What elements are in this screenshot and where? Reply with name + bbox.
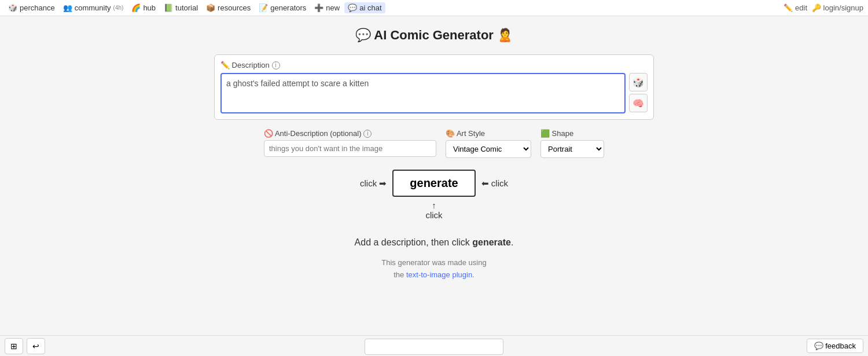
made-with-prefix: the (393, 270, 406, 279)
click-right-label: ⬅ click (481, 178, 508, 189)
generators-icon: 📝 (259, 3, 268, 12)
bottom-left-buttons: ⊞ ↩ (5, 338, 45, 354)
info-bold: generate (472, 237, 511, 247)
nav-perchance[interactable]: 🎲 perchance (5, 2, 58, 13)
click-left-label: click ➡ (360, 178, 387, 189)
nav-right: ✏️ edit 🔑 login/signup (784, 3, 863, 12)
anti-desc-label: 🚫 Anti-Description (optional) i (264, 129, 436, 138)
brain-button[interactable]: 🧠 (629, 94, 648, 112)
click-below: ↑ click (425, 200, 442, 220)
navbar: 🎲 perchance 👥 community (4h) 🌈 hub 📗 tut… (0, 0, 868, 16)
page-title: 💬 AI Comic Generator 🙎 (355, 28, 513, 43)
anti-desc-label-text: 🚫 Anti-Description (optional) (264, 129, 361, 138)
bottom-grid-button[interactable]: ⊞ (5, 338, 23, 354)
shape-group: 🟩 Shape Portrait Landscape Square (540, 129, 604, 158)
description-label-text: ✏️ Description (220, 61, 270, 69)
made-with-suffix: . (472, 270, 475, 279)
nav-hub[interactable]: 🌈 hub (128, 2, 159, 13)
info-text: Add a description, then click generate. (355, 237, 514, 248)
main-content: 💬 AI Comic Generator 🙎 ✏️ Description i … (0, 16, 868, 293)
anti-desc-group: 🚫 Anti-Description (optional) i (264, 129, 436, 157)
nav-new[interactable]: ➕ new (311, 2, 343, 13)
nav-community-label: community (75, 3, 111, 12)
edit-link[interactable]: ✏️ edit (784, 3, 807, 12)
shape-select[interactable]: Portrait Landscape Square (540, 140, 604, 158)
art-style-group: 🎨 Art Style Vintage Comic Modern Comic M… (446, 129, 531, 158)
generate-button[interactable]: generate (392, 170, 475, 197)
nav-new-label: new (326, 3, 340, 12)
nav-tutorial[interactable]: 📗 tutorial (160, 2, 201, 13)
hub-icon: 🌈 (131, 3, 141, 12)
description-info-icon[interactable]: i (272, 61, 280, 69)
controls-row: 🚫 Anti-Description (optional) i 🎨 Art St… (264, 129, 604, 158)
click-below-arrow: ↑ (432, 200, 436, 210)
side-buttons: 🎲 🧠 (629, 73, 648, 112)
art-style-label-text: 🎨 Art Style (446, 129, 485, 138)
generate-area: click ➡ generate ⬅ click ↑ click (360, 170, 508, 220)
feedback-button[interactable]: 💬 feedback (807, 339, 863, 353)
description-textarea[interactable] (220, 73, 626, 113)
nav-ai-chat[interactable]: 💬 ai chat (344, 2, 385, 13)
new-icon: ➕ (314, 3, 323, 12)
nav-generators-label: generators (270, 3, 306, 12)
info-prefix: Add a description, then click (355, 237, 473, 247)
nav-community[interactable]: 👥 community (4h) (60, 2, 127, 13)
art-style-label: 🎨 Art Style (446, 129, 531, 138)
perchance-icon: 🎲 (8, 3, 17, 12)
art-style-select[interactable]: Vintage Comic Modern Comic Manga Waterco… (446, 140, 531, 158)
nav-perchance-label: perchance (20, 3, 55, 12)
generate-row: click ➡ generate ⬅ click (360, 170, 508, 197)
made-with: This generator was made using the text-t… (381, 257, 486, 281)
bottom-center (365, 339, 503, 355)
bottom-bar: ⊞ ↩ 💬 feedback (0, 335, 868, 356)
nav-resources[interactable]: 📦 resources (203, 2, 254, 13)
shape-label: 🟩 Shape (540, 129, 604, 138)
login-link[interactable]: 🔑 login/signup (812, 3, 863, 12)
shape-label-text: 🟩 Shape (540, 129, 573, 138)
dice-button[interactable]: 🎲 (629, 73, 648, 91)
community-badge: (4h) (113, 5, 124, 11)
ai-chat-icon: 💬 (348, 3, 357, 12)
nav-ai-chat-label: ai chat (359, 3, 381, 12)
nav-tutorial-label: tutorial (175, 3, 198, 12)
description-section: ✏️ Description i 🎲 🧠 (214, 54, 654, 120)
nav-resources-label: resources (218, 3, 251, 12)
anti-desc-info-icon[interactable]: i (363, 130, 372, 138)
tutorial-icon: 📗 (164, 3, 173, 12)
description-label: ✏️ Description i (220, 61, 648, 69)
click-below-label: click (425, 210, 442, 220)
info-suffix: . (511, 237, 513, 247)
community-icon: 👥 (63, 3, 72, 12)
bottom-search-input[interactable] (365, 339, 503, 355)
nav-generators[interactable]: 📝 generators (255, 2, 310, 13)
bottom-back-button[interactable]: ↩ (27, 338, 45, 354)
resources-icon: 📦 (206, 3, 215, 12)
anti-desc-input[interactable] (264, 140, 436, 157)
description-row: 🎲 🧠 (220, 73, 648, 113)
plugin-link[interactable]: text-to-image plugin (406, 270, 472, 279)
nav-hub-label: hub (143, 3, 156, 12)
made-with-line1: This generator was made using (381, 258, 486, 267)
